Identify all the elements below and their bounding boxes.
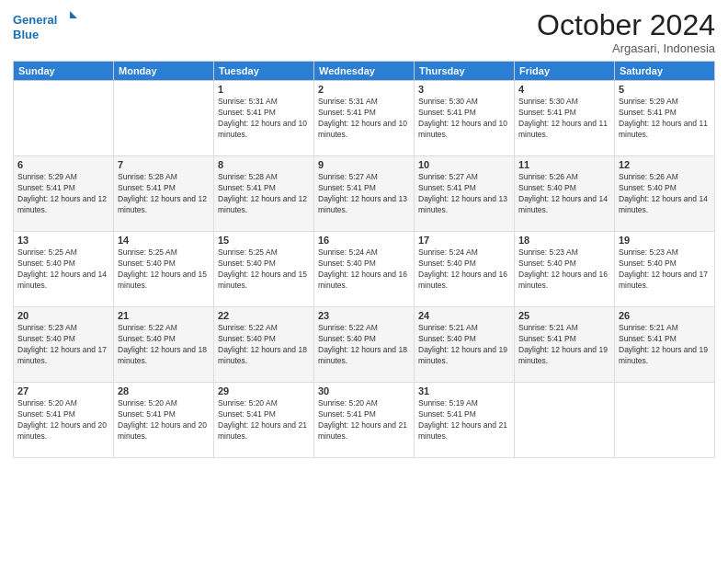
sunset: Sunset: 5:41 PM	[619, 108, 677, 117]
svg-marker-2	[70, 11, 77, 18]
sunset: Sunset: 5:41 PM	[218, 183, 276, 192]
calendar-cell: 21 Sunrise: 5:22 AM Sunset: 5:40 PM Dayl…	[114, 307, 214, 383]
day-number: 25	[518, 310, 610, 321]
day-info: Sunrise: 5:26 AM Sunset: 5:40 PM Dayligh…	[518, 172, 610, 216]
day-number: 14	[118, 235, 210, 246]
calendar-cell: 13 Sunrise: 5:25 AM Sunset: 5:40 PM Dayl…	[14, 232, 114, 307]
header: General Blue October 2024 Argasari, Indo…	[13, 9, 715, 55]
sunset: Sunset: 5:40 PM	[118, 334, 176, 343]
week-row-4: 20 Sunrise: 5:23 AM Sunset: 5:40 PM Dayl…	[14, 307, 715, 383]
day-info: Sunrise: 5:23 AM Sunset: 5:40 PM Dayligh…	[518, 247, 610, 292]
daylight: Daylight: 12 hours and 17 minutes.	[17, 345, 107, 365]
calendar-cell: 3 Sunrise: 5:30 AM Sunset: 5:41 PM Dayli…	[415, 81, 515, 156]
sunrise: Sunrise: 5:28 AM	[218, 172, 278, 181]
day-number: 27	[17, 385, 109, 396]
day-info: Sunrise: 5:20 AM Sunset: 5:41 PM Dayligh…	[17, 398, 109, 442]
day-number: 26	[619, 310, 711, 321]
day-info: Sunrise: 5:20 AM Sunset: 5:41 PM Dayligh…	[318, 398, 410, 442]
calendar-cell: 15 Sunrise: 5:25 AM Sunset: 5:40 PM Dayl…	[214, 232, 314, 307]
sunrise: Sunrise: 5:28 AM	[118, 172, 177, 181]
day-info: Sunrise: 5:25 AM Sunset: 5:40 PM Dayligh…	[218, 247, 310, 292]
day-info: Sunrise: 5:21 AM Sunset: 5:41 PM Dayligh…	[518, 323, 610, 367]
daylight: Daylight: 12 hours and 19 minutes.	[518, 345, 608, 365]
sunset: Sunset: 5:40 PM	[318, 334, 376, 343]
sunset: Sunset: 5:41 PM	[518, 334, 576, 343]
sunset: Sunset: 5:40 PM	[17, 334, 75, 343]
sunrise: Sunrise: 5:26 AM	[518, 172, 578, 181]
calendar-cell: 11 Sunrise: 5:26 AM Sunset: 5:40 PM Dayl…	[515, 156, 615, 232]
sunrise: Sunrise: 5:19 AM	[418, 398, 478, 408]
sunrise: Sunrise: 5:22 AM	[218, 323, 278, 332]
day-info: Sunrise: 5:27 AM Sunset: 5:41 PM Dayligh…	[418, 172, 510, 216]
day-info: Sunrise: 5:23 AM Sunset: 5:40 PM Dayligh…	[17, 323, 109, 367]
weekday-wednesday: Wednesday	[314, 62, 415, 81]
calendar-cell: 19 Sunrise: 5:23 AM Sunset: 5:40 PM Dayl…	[615, 232, 715, 307]
calendar-body: 1 Sunrise: 5:31 AM Sunset: 5:41 PM Dayli…	[14, 81, 715, 458]
calendar-cell: 9 Sunrise: 5:27 AM Sunset: 5:41 PM Dayli…	[314, 156, 415, 232]
calendar-cell	[14, 81, 114, 156]
sunset: Sunset: 5:40 PM	[218, 334, 276, 343]
day-number: 31	[418, 385, 510, 396]
sunrise: Sunrise: 5:21 AM	[418, 323, 478, 332]
calendar-cell	[615, 383, 715, 458]
day-number: 17	[418, 235, 510, 246]
day-number: 3	[418, 84, 510, 95]
day-info: Sunrise: 5:28 AM Sunset: 5:41 PM Dayligh…	[118, 172, 210, 216]
daylight: Daylight: 12 hours and 18 minutes.	[218, 345, 307, 365]
calendar-cell: 26 Sunrise: 5:21 AM Sunset: 5:41 PM Dayl…	[615, 307, 715, 383]
daylight: Daylight: 12 hours and 19 minutes.	[418, 345, 507, 365]
calendar-cell: 27 Sunrise: 5:20 AM Sunset: 5:41 PM Dayl…	[14, 383, 114, 458]
daylight: Daylight: 12 hours and 17 minutes.	[619, 270, 708, 290]
daylight: Daylight: 12 hours and 10 minutes.	[318, 119, 407, 139]
sunrise: Sunrise: 5:20 AM	[17, 398, 77, 408]
logo-svg: General Blue	[13, 9, 77, 44]
sunset: Sunset: 5:40 PM	[118, 259, 176, 268]
day-info: Sunrise: 5:27 AM Sunset: 5:41 PM Dayligh…	[318, 172, 410, 216]
calendar-cell: 8 Sunrise: 5:28 AM Sunset: 5:41 PM Dayli…	[214, 156, 314, 232]
day-number: 2	[318, 84, 410, 95]
day-number: 20	[17, 310, 109, 321]
daylight: Daylight: 12 hours and 12 minutes.	[17, 194, 107, 214]
sunrise: Sunrise: 5:20 AM	[218, 398, 278, 408]
day-number: 11	[518, 159, 610, 170]
sunset: Sunset: 5:41 PM	[118, 409, 176, 419]
week-row-2: 6 Sunrise: 5:29 AM Sunset: 5:41 PM Dayli…	[14, 156, 715, 232]
month-title: October 2024	[537, 9, 715, 41]
sunrise: Sunrise: 5:22 AM	[318, 323, 378, 332]
calendar-cell: 12 Sunrise: 5:26 AM Sunset: 5:40 PM Dayl…	[615, 156, 715, 232]
sunrise: Sunrise: 5:24 AM	[418, 247, 478, 257]
daylight: Daylight: 12 hours and 11 minutes.	[518, 119, 608, 139]
sunset: Sunset: 5:40 PM	[619, 259, 677, 268]
day-info: Sunrise: 5:25 AM Sunset: 5:40 PM Dayligh…	[118, 247, 210, 292]
calendar-cell: 23 Sunrise: 5:22 AM Sunset: 5:40 PM Dayl…	[314, 307, 415, 383]
weekday-saturday: Saturday	[615, 62, 715, 81]
daylight: Daylight: 12 hours and 12 minutes.	[118, 194, 207, 214]
day-number: 1	[218, 84, 310, 95]
day-number: 13	[17, 235, 109, 246]
calendar-cell: 20 Sunrise: 5:23 AM Sunset: 5:40 PM Dayl…	[14, 307, 114, 383]
sunset: Sunset: 5:40 PM	[218, 259, 276, 268]
sunrise: Sunrise: 5:20 AM	[318, 398, 378, 408]
day-number: 23	[318, 310, 410, 321]
daylight: Daylight: 12 hours and 20 minutes.	[17, 420, 107, 441]
sunrise: Sunrise: 5:25 AM	[17, 247, 77, 257]
calendar-cell: 6 Sunrise: 5:29 AM Sunset: 5:41 PM Dayli…	[14, 156, 114, 232]
daylight: Daylight: 12 hours and 21 minutes.	[418, 420, 507, 441]
sunset: Sunset: 5:41 PM	[518, 108, 576, 117]
calendar-cell: 17 Sunrise: 5:24 AM Sunset: 5:40 PM Dayl…	[415, 232, 515, 307]
sunset: Sunset: 5:40 PM	[318, 259, 376, 268]
daylight: Daylight: 12 hours and 13 minutes.	[318, 194, 407, 214]
sunset: Sunset: 5:40 PM	[619, 183, 677, 192]
sunrise: Sunrise: 5:25 AM	[118, 247, 177, 257]
day-info: Sunrise: 5:20 AM Sunset: 5:41 PM Dayligh…	[218, 398, 310, 442]
day-number: 8	[218, 159, 310, 170]
sunrise: Sunrise: 5:23 AM	[17, 323, 77, 332]
daylight: Daylight: 12 hours and 16 minutes.	[518, 270, 608, 290]
sunrise: Sunrise: 5:25 AM	[218, 247, 278, 257]
day-number: 15	[218, 235, 310, 246]
day-number: 24	[418, 310, 510, 321]
sunrise: Sunrise: 5:21 AM	[518, 323, 578, 332]
sunset: Sunset: 5:41 PM	[318, 183, 376, 192]
calendar: SundayMondayTuesdayWednesdayThursdayFrid…	[13, 61, 715, 458]
day-number: 16	[318, 235, 410, 246]
